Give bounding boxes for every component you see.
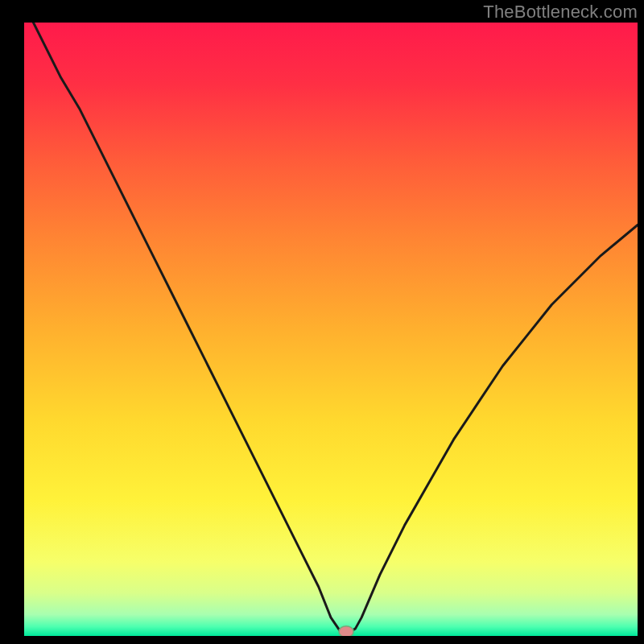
plot-background [24, 23, 638, 636]
watermark-text: TheBottleneck.com [483, 2, 638, 23]
optimal-point-marker [339, 626, 353, 638]
bottleneck-chart: TheBottleneck.com [0, 0, 644, 644]
chart-canvas [0, 0, 644, 644]
